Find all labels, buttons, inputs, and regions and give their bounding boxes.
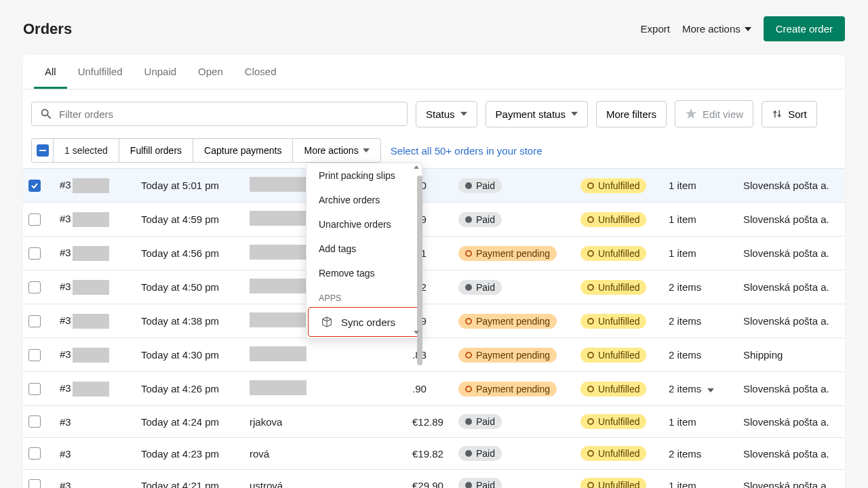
dropdown-print-packing-slips[interactable]: Print packing slips: [307, 163, 422, 188]
row-checkbox[interactable]: [28, 214, 41, 226]
row-checkbox[interactable]: [28, 247, 41, 260]
table-row[interactable]: #3 Today at 4:24 pm rjakova €12.89 Paid …: [23, 406, 845, 438]
delivery-method: Shipping: [738, 338, 845, 372]
table-row[interactable]: #3 Today at 4:26 pm .90 Payment pending …: [23, 372, 845, 406]
fulfillment-badge: Unfulfilled: [580, 446, 646, 461]
dot-ring-icon: [587, 318, 594, 325]
row-checkbox[interactable]: [28, 349, 41, 361]
tab-all[interactable]: All: [34, 55, 67, 89]
dropdown-unarchive-orders[interactable]: Unarchive orders: [307, 212, 422, 237]
payment-badge: Payment pending: [458, 246, 557, 261]
fulfillment-badge: Unfulfilled: [580, 246, 646, 261]
bulk-more-actions-dropdown: Print packing slips Archive orders Unarc…: [306, 163, 422, 339]
dot-ring-icon: [587, 386, 594, 392]
chevron-down-icon[interactable]: [707, 388, 714, 392]
items-count: 1 item: [663, 470, 738, 489]
total: €29.90: [407, 470, 453, 489]
customer-cell: rová: [244, 438, 407, 470]
redacted: [250, 245, 307, 260]
row-checkbox[interactable]: [28, 281, 41, 293]
tab-open[interactable]: Open: [187, 55, 234, 89]
dropdown-sync-orders[interactable]: Sync orders: [308, 307, 420, 337]
order-date: Today at 4:56 pm: [136, 237, 244, 270]
row-checkbox[interactable]: [28, 415, 41, 428]
row-checkbox[interactable]: [28, 447, 41, 460]
search-icon: [40, 108, 52, 120]
redacted: [73, 382, 109, 396]
delivery-method: Slovenská pošta a.: [738, 372, 845, 406]
dot-ring-icon: [465, 352, 472, 359]
fulfill-orders-button[interactable]: Fulfill orders: [119, 138, 193, 163]
search-input[interactable]: [59, 108, 399, 120]
dropdown-scrollbar[interactable]: [417, 176, 422, 365]
row-checkbox[interactable]: [28, 383, 41, 395]
dropdown-add-tags[interactable]: Add tags: [307, 237, 422, 261]
table-row[interactable]: #3 Today at 4:50 pm .82 Paid Unfulfilled…: [23, 270, 845, 304]
table-row[interactable]: #3 Today at 4:21 pm ustrová €29.90 Paid …: [23, 470, 845, 489]
bulk-more-actions-button[interactable]: More actions: [292, 138, 380, 163]
table-row[interactable]: #3 Today at 4:23 pm rová €19.82 Paid Unf…: [23, 438, 845, 470]
table-row[interactable]: #3 Today at 4:56 pm .51 Payment pending …: [23, 237, 845, 270]
redacted: [250, 346, 307, 361]
row-checkbox[interactable]: [28, 180, 41, 192]
payment-badge: Paid: [458, 478, 502, 488]
payment-badge: Paid: [458, 212, 502, 227]
fulfillment-badge: Unfulfilled: [580, 348, 646, 363]
tab-unfulfilled[interactable]: Unfulfilled: [67, 55, 134, 89]
table-row[interactable]: #3 Today at 5:01 pm .90 Paid Unfulfilled…: [23, 169, 845, 203]
header-actions: Export More actions Create order: [641, 16, 845, 41]
scroll-up-icon[interactable]: [414, 165, 419, 169]
payment-badge: Payment pending: [458, 348, 557, 363]
tab-closed[interactable]: Closed: [234, 55, 288, 89]
dot-icon: [465, 216, 472, 223]
delivery-method: Slovenská pošta a.: [738, 304, 845, 338]
dropdown-archive-orders[interactable]: Archive orders: [307, 188, 422, 212]
tabs: All Unfulfilled Unpaid Open Closed: [23, 55, 845, 89]
dropdown-remove-tags[interactable]: Remove tags: [307, 261, 422, 285]
table-row[interactable]: #3 Today at 4:38 pm .79 Payment pending …: [23, 304, 845, 338]
tab-unpaid[interactable]: Unpaid: [134, 55, 188, 89]
more-actions-header-button[interactable]: More actions: [682, 23, 751, 35]
dot-icon: [465, 482, 472, 488]
more-filters-button[interactable]: More filters: [596, 101, 667, 127]
dot-ring-icon: [587, 216, 594, 223]
order-date: Today at 4:24 pm: [136, 406, 244, 438]
fulfillment-badge: Unfulfilled: [580, 382, 646, 396]
row-checkbox[interactable]: [28, 479, 41, 488]
capture-payments-button[interactable]: Capture payments: [193, 138, 292, 163]
total: €19.82: [407, 438, 453, 470]
bulk-checkbox[interactable]: [31, 138, 53, 163]
edit-view-button[interactable]: Edit view: [675, 100, 753, 127]
order-number: #3: [60, 280, 71, 291]
bulk-more-label: More actions: [304, 145, 358, 156]
dot-ring-icon: [465, 318, 472, 325]
sort-button[interactable]: Sort: [762, 101, 817, 127]
delivery-method: Slovenská pošta a.: [738, 203, 845, 237]
redacted: [73, 212, 109, 227]
bulk-actions-bar: 1 selected Fulfill orders Capture paymen…: [23, 138, 845, 168]
select-all-link[interactable]: Select all 50+ orders in your store: [391, 145, 542, 157]
table-row[interactable]: #3 Today at 4:30 pm .83 Payment pending …: [23, 338, 845, 372]
status-filter[interactable]: Status: [416, 101, 477, 127]
dropdown-apps-section: APPS: [307, 285, 422, 306]
create-order-button[interactable]: Create order: [764, 16, 845, 41]
order-date: Today at 4:21 pm: [136, 470, 244, 489]
chevron-down-icon: [745, 27, 751, 31]
total: .83: [407, 338, 453, 372]
customer-cell: ustrová: [244, 470, 407, 489]
export-button[interactable]: Export: [641, 23, 670, 35]
delivery-method: Slovenská pošta a.: [738, 470, 845, 489]
dot-ring-icon: [587, 182, 594, 189]
row-checkbox[interactable]: [28, 315, 41, 327]
status-label: Status: [426, 108, 455, 120]
scroll-down-icon[interactable]: [414, 331, 419, 334]
items-count: 2 items: [663, 438, 738, 470]
box-icon: [321, 316, 333, 328]
indeterminate-icon: [39, 150, 46, 151]
customer-cell: [244, 372, 407, 406]
search-box[interactable]: [31, 102, 408, 126]
dot-icon: [465, 182, 472, 189]
table-row[interactable]: #3 Today at 4:59 pm .89 Paid Unfulfilled…: [23, 203, 845, 237]
payment-status-filter[interactable]: Payment status: [486, 101, 588, 127]
edit-view-label: Edit view: [703, 108, 743, 120]
